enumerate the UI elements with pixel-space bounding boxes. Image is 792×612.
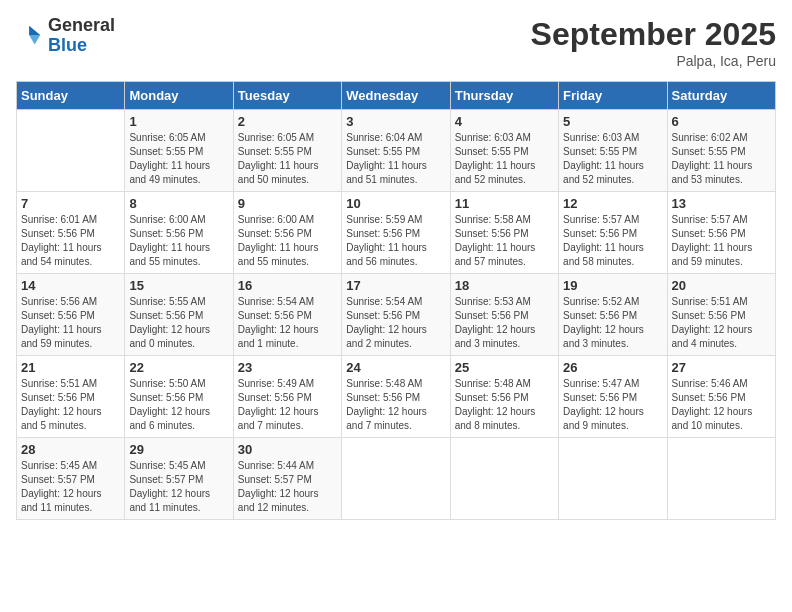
- day-number: 13: [672, 196, 771, 211]
- calendar-cell: 15 Sunrise: 5:55 AM Sunset: 5:56 PM Dayl…: [125, 274, 233, 356]
- day-number: 21: [21, 360, 120, 375]
- calendar-cell: [667, 438, 775, 520]
- day-info: Sunrise: 5:56 AM Sunset: 5:56 PM Dayligh…: [21, 295, 120, 351]
- day-info: Sunrise: 5:57 AM Sunset: 5:56 PM Dayligh…: [672, 213, 771, 269]
- day-number: 22: [129, 360, 228, 375]
- calendar-cell: 3 Sunrise: 6:04 AM Sunset: 5:55 PM Dayli…: [342, 110, 450, 192]
- calendar-cell: 27 Sunrise: 5:46 AM Sunset: 5:56 PM Dayl…: [667, 356, 775, 438]
- col-monday: Monday: [125, 82, 233, 110]
- day-number: 15: [129, 278, 228, 293]
- col-sunday: Sunday: [17, 82, 125, 110]
- calendar-cell: 20 Sunrise: 5:51 AM Sunset: 5:56 PM Dayl…: [667, 274, 775, 356]
- day-number: 23: [238, 360, 337, 375]
- svg-marker-1: [29, 35, 40, 44]
- day-number: 20: [672, 278, 771, 293]
- day-info: Sunrise: 6:03 AM Sunset: 5:55 PM Dayligh…: [563, 131, 662, 187]
- day-number: 16: [238, 278, 337, 293]
- day-info: Sunrise: 6:00 AM Sunset: 5:56 PM Dayligh…: [238, 213, 337, 269]
- col-wednesday: Wednesday: [342, 82, 450, 110]
- header-row: Sunday Monday Tuesday Wednesday Thursday…: [17, 82, 776, 110]
- day-info: Sunrise: 5:47 AM Sunset: 5:56 PM Dayligh…: [563, 377, 662, 433]
- logo-general: General: [48, 15, 115, 35]
- location: Palpa, Ica, Peru: [531, 53, 776, 69]
- calendar-cell: 16 Sunrise: 5:54 AM Sunset: 5:56 PM Dayl…: [233, 274, 341, 356]
- col-tuesday: Tuesday: [233, 82, 341, 110]
- day-number: 14: [21, 278, 120, 293]
- day-info: Sunrise: 6:03 AM Sunset: 5:55 PM Dayligh…: [455, 131, 554, 187]
- day-info: Sunrise: 5:55 AM Sunset: 5:56 PM Dayligh…: [129, 295, 228, 351]
- calendar-cell: 13 Sunrise: 5:57 AM Sunset: 5:56 PM Dayl…: [667, 192, 775, 274]
- day-info: Sunrise: 6:01 AM Sunset: 5:56 PM Dayligh…: [21, 213, 120, 269]
- calendar-cell: 10 Sunrise: 5:59 AM Sunset: 5:56 PM Dayl…: [342, 192, 450, 274]
- day-info: Sunrise: 5:59 AM Sunset: 5:56 PM Dayligh…: [346, 213, 445, 269]
- day-info: Sunrise: 5:48 AM Sunset: 5:56 PM Dayligh…: [346, 377, 445, 433]
- day-number: 29: [129, 442, 228, 457]
- calendar-cell: 7 Sunrise: 6:01 AM Sunset: 5:56 PM Dayli…: [17, 192, 125, 274]
- day-info: Sunrise: 5:45 AM Sunset: 5:57 PM Dayligh…: [21, 459, 120, 515]
- calendar-cell: 30 Sunrise: 5:44 AM Sunset: 5:57 PM Dayl…: [233, 438, 341, 520]
- day-info: Sunrise: 5:52 AM Sunset: 5:56 PM Dayligh…: [563, 295, 662, 351]
- calendar-week-4: 28 Sunrise: 5:45 AM Sunset: 5:57 PM Dayl…: [17, 438, 776, 520]
- calendar-cell: 5 Sunrise: 6:03 AM Sunset: 5:55 PM Dayli…: [559, 110, 667, 192]
- calendar-cell: 12 Sunrise: 5:57 AM Sunset: 5:56 PM Dayl…: [559, 192, 667, 274]
- svg-marker-2: [20, 26, 29, 45]
- calendar-cell: 14 Sunrise: 5:56 AM Sunset: 5:56 PM Dayl…: [17, 274, 125, 356]
- calendar-cell: [559, 438, 667, 520]
- day-info: Sunrise: 5:54 AM Sunset: 5:56 PM Dayligh…: [346, 295, 445, 351]
- calendar-cell: 17 Sunrise: 5:54 AM Sunset: 5:56 PM Dayl…: [342, 274, 450, 356]
- calendar-cell: 26 Sunrise: 5:47 AM Sunset: 5:56 PM Dayl…: [559, 356, 667, 438]
- logo-icon: [16, 22, 44, 50]
- calendar-week-0: 1 Sunrise: 6:05 AM Sunset: 5:55 PM Dayli…: [17, 110, 776, 192]
- day-number: 10: [346, 196, 445, 211]
- svg-marker-0: [29, 26, 40, 35]
- day-info: Sunrise: 5:46 AM Sunset: 5:56 PM Dayligh…: [672, 377, 771, 433]
- day-number: 18: [455, 278, 554, 293]
- day-number: 17: [346, 278, 445, 293]
- calendar-cell: 8 Sunrise: 6:00 AM Sunset: 5:56 PM Dayli…: [125, 192, 233, 274]
- calendar-cell: 6 Sunrise: 6:02 AM Sunset: 5:55 PM Dayli…: [667, 110, 775, 192]
- day-number: 28: [21, 442, 120, 457]
- day-number: 6: [672, 114, 771, 129]
- calendar-table: Sunday Monday Tuesday Wednesday Thursday…: [16, 81, 776, 520]
- calendar-cell: 29 Sunrise: 5:45 AM Sunset: 5:57 PM Dayl…: [125, 438, 233, 520]
- day-number: 30: [238, 442, 337, 457]
- page-header: General Blue September 2025 Palpa, Ica, …: [16, 16, 776, 69]
- day-number: 19: [563, 278, 662, 293]
- calendar-cell: 23 Sunrise: 5:49 AM Sunset: 5:56 PM Dayl…: [233, 356, 341, 438]
- col-saturday: Saturday: [667, 82, 775, 110]
- calendar-cell: 4 Sunrise: 6:03 AM Sunset: 5:55 PM Dayli…: [450, 110, 558, 192]
- day-number: 8: [129, 196, 228, 211]
- calendar-cell: 22 Sunrise: 5:50 AM Sunset: 5:56 PM Dayl…: [125, 356, 233, 438]
- day-info: Sunrise: 5:44 AM Sunset: 5:57 PM Dayligh…: [238, 459, 337, 515]
- day-info: Sunrise: 6:00 AM Sunset: 5:56 PM Dayligh…: [129, 213, 228, 269]
- day-info: Sunrise: 6:02 AM Sunset: 5:55 PM Dayligh…: [672, 131, 771, 187]
- col-friday: Friday: [559, 82, 667, 110]
- calendar-week-1: 7 Sunrise: 6:01 AM Sunset: 5:56 PM Dayli…: [17, 192, 776, 274]
- calendar-cell: 11 Sunrise: 5:58 AM Sunset: 5:56 PM Dayl…: [450, 192, 558, 274]
- day-number: 3: [346, 114, 445, 129]
- calendar-cell: 1 Sunrise: 6:05 AM Sunset: 5:55 PM Dayli…: [125, 110, 233, 192]
- calendar-cell: 21 Sunrise: 5:51 AM Sunset: 5:56 PM Dayl…: [17, 356, 125, 438]
- day-number: 12: [563, 196, 662, 211]
- calendar-cell: [17, 110, 125, 192]
- day-info: Sunrise: 5:49 AM Sunset: 5:56 PM Dayligh…: [238, 377, 337, 433]
- calendar-cell: 24 Sunrise: 5:48 AM Sunset: 5:56 PM Dayl…: [342, 356, 450, 438]
- calendar-cell: [342, 438, 450, 520]
- day-number: 2: [238, 114, 337, 129]
- day-number: 5: [563, 114, 662, 129]
- day-info: Sunrise: 5:50 AM Sunset: 5:56 PM Dayligh…: [129, 377, 228, 433]
- day-number: 7: [21, 196, 120, 211]
- calendar-cell: 28 Sunrise: 5:45 AM Sunset: 5:57 PM Dayl…: [17, 438, 125, 520]
- logo-text: General Blue: [48, 16, 115, 56]
- day-number: 26: [563, 360, 662, 375]
- col-thursday: Thursday: [450, 82, 558, 110]
- day-info: Sunrise: 5:54 AM Sunset: 5:56 PM Dayligh…: [238, 295, 337, 351]
- calendar-body: 1 Sunrise: 6:05 AM Sunset: 5:55 PM Dayli…: [17, 110, 776, 520]
- day-number: 1: [129, 114, 228, 129]
- title-block: September 2025 Palpa, Ica, Peru: [531, 16, 776, 69]
- day-info: Sunrise: 5:53 AM Sunset: 5:56 PM Dayligh…: [455, 295, 554, 351]
- logo-blue: Blue: [48, 35, 87, 55]
- day-number: 9: [238, 196, 337, 211]
- calendar-cell: 9 Sunrise: 6:00 AM Sunset: 5:56 PM Dayli…: [233, 192, 341, 274]
- day-info: Sunrise: 6:04 AM Sunset: 5:55 PM Dayligh…: [346, 131, 445, 187]
